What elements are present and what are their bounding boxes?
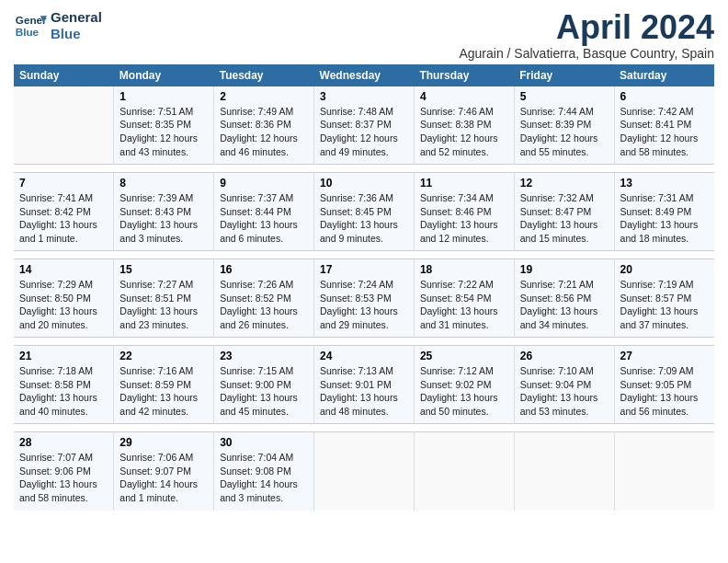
day-info: Sunrise: 7:21 AM Sunset: 8:56 PM Dayligh… [520,278,609,332]
calendar-cell: 19Sunrise: 7:21 AM Sunset: 8:56 PM Dayli… [514,259,614,338]
day-info: Sunrise: 7:37 AM Sunset: 8:44 PM Dayligh… [220,191,308,246]
calendar-header-row: SundayMondayTuesdayWednesdayThursdayFrid… [14,64,714,86]
calendar-cell: 1Sunrise: 7:51 AM Sunset: 8:35 PM Daylig… [114,86,214,165]
separator-cell [14,424,714,432]
calendar-cell: 17Sunrise: 7:24 AM Sunset: 8:53 PM Dayli… [314,259,415,338]
day-number: 22 [119,350,208,362]
calendar-cell: 7Sunrise: 7:41 AM Sunset: 8:42 PM Daylig… [14,173,114,251]
page-header: General Blue General Blue April 2024 Agu… [14,9,714,61]
day-number: 12 [520,177,609,190]
day-number: 9 [220,177,308,190]
day-info: Sunrise: 7:42 AM Sunset: 8:41 PM Dayligh… [620,105,709,159]
day-number: 28 [19,436,108,449]
day-number: 29 [119,436,208,449]
day-info: Sunrise: 7:24 AM Sunset: 8:53 PM Dayligh… [320,278,408,332]
svg-text:General: General [16,14,47,26]
calendar-cell: 25Sunrise: 7:12 AM Sunset: 9:02 PM Dayli… [414,346,514,424]
week-row-1: 1Sunrise: 7:51 AM Sunset: 8:35 PM Daylig… [14,86,714,165]
logo-text-blue: Blue [51,26,102,42]
day-number: 5 [520,90,609,103]
calendar-cell: 8Sunrise: 7:39 AM Sunset: 8:43 PM Daylig… [114,173,214,251]
calendar-cell: 15Sunrise: 7:27 AM Sunset: 8:51 PM Dayli… [114,259,214,338]
day-number: 14 [19,263,108,276]
calendar-cell: 30Sunrise: 7:04 AM Sunset: 9:08 PM Dayli… [214,432,314,511]
day-number: 30 [220,436,308,449]
week-separator [14,424,714,432]
calendar-cell [414,432,514,511]
day-info: Sunrise: 7:41 AM Sunset: 8:42 PM Dayligh… [19,191,108,246]
day-header-saturday: Saturday [614,64,714,86]
calendar-cell: 23Sunrise: 7:15 AM Sunset: 9:00 PM Dayli… [214,346,314,424]
day-number: 11 [420,177,508,190]
calendar-cell [314,432,415,511]
day-header-wednesday: Wednesday [314,64,415,86]
calendar-cell: 4Sunrise: 7:46 AM Sunset: 8:38 PM Daylig… [414,86,514,165]
calendar-cell [514,432,614,511]
day-number: 16 [220,263,308,276]
calendar-cell: 14Sunrise: 7:29 AM Sunset: 8:50 PM Dayli… [14,259,114,338]
day-header-friday: Friday [514,64,614,86]
day-info: Sunrise: 7:32 AM Sunset: 8:47 PM Dayligh… [520,191,609,246]
day-number: 26 [520,350,609,362]
day-number: 8 [119,177,208,190]
calendar-cell: 13Sunrise: 7:31 AM Sunset: 8:49 PM Dayli… [614,173,714,251]
day-header-sunday: Sunday [14,64,114,86]
day-info: Sunrise: 7:46 AM Sunset: 8:38 PM Dayligh… [420,105,508,159]
week-row-2: 7Sunrise: 7:41 AM Sunset: 8:42 PM Daylig… [14,173,714,251]
day-info: Sunrise: 7:06 AM Sunset: 9:07 PM Dayligh… [119,451,208,505]
calendar-cell: 28Sunrise: 7:07 AM Sunset: 9:06 PM Dayli… [14,432,114,511]
day-info: Sunrise: 7:31 AM Sunset: 8:49 PM Dayligh… [620,191,709,246]
day-info: Sunrise: 7:51 AM Sunset: 8:35 PM Dayligh… [119,105,208,159]
day-number: 19 [520,263,609,276]
svg-text:Blue: Blue [16,26,40,38]
day-number: 17 [320,263,408,276]
calendar-body: 1Sunrise: 7:51 AM Sunset: 8:35 PM Daylig… [14,86,714,511]
day-info: Sunrise: 7:34 AM Sunset: 8:46 PM Dayligh… [420,191,508,246]
calendar-cell: 2Sunrise: 7:49 AM Sunset: 8:36 PM Daylig… [214,86,314,165]
day-info: Sunrise: 7:07 AM Sunset: 9:06 PM Dayligh… [19,451,108,505]
day-info: Sunrise: 7:29 AM Sunset: 8:50 PM Dayligh… [19,278,108,332]
calendar-cell: 26Sunrise: 7:10 AM Sunset: 9:04 PM Dayli… [514,346,614,424]
calendar-cell: 20Sunrise: 7:19 AM Sunset: 8:57 PM Dayli… [614,259,714,338]
calendar-cell: 10Sunrise: 7:36 AM Sunset: 8:45 PM Dayli… [314,173,415,251]
calendar-cell: 29Sunrise: 7:06 AM Sunset: 9:07 PM Dayli… [114,432,214,511]
day-header-tuesday: Tuesday [214,64,314,86]
week-row-5: 28Sunrise: 7:07 AM Sunset: 9:06 PM Dayli… [14,432,714,511]
day-number: 3 [320,90,408,103]
calendar-subtitle: Agurain / Salvatierra, Basque Country, S… [459,46,714,61]
week-separator [14,338,714,346]
logo-icon: General Blue [14,9,47,42]
day-info: Sunrise: 7:13 AM Sunset: 9:01 PM Dayligh… [320,364,408,419]
calendar-table: SundayMondayTuesdayWednesdayThursdayFrid… [14,64,714,511]
separator-cell [14,338,714,346]
calendar-cell: 18Sunrise: 7:22 AM Sunset: 8:54 PM Dayli… [414,259,514,338]
title-section: April 2024 Agurain / Salvatierra, Basque… [459,9,714,61]
day-info: Sunrise: 7:26 AM Sunset: 8:52 PM Dayligh… [220,278,308,332]
week-separator [14,165,714,173]
day-info: Sunrise: 7:22 AM Sunset: 8:54 PM Dayligh… [420,278,508,332]
day-number: 23 [220,350,308,362]
calendar-cell: 5Sunrise: 7:44 AM Sunset: 8:39 PM Daylig… [514,86,614,165]
separator-cell [14,251,714,259]
calendar-cell: 6Sunrise: 7:42 AM Sunset: 8:41 PM Daylig… [614,86,714,165]
day-number: 6 [620,90,709,103]
day-info: Sunrise: 7:18 AM Sunset: 8:58 PM Dayligh… [19,364,108,419]
day-info: Sunrise: 7:39 AM Sunset: 8:43 PM Dayligh… [119,191,208,246]
separator-cell [14,165,714,173]
day-info: Sunrise: 7:04 AM Sunset: 9:08 PM Dayligh… [220,451,308,505]
calendar-cell: 11Sunrise: 7:34 AM Sunset: 8:46 PM Dayli… [414,173,514,251]
day-info: Sunrise: 7:19 AM Sunset: 8:57 PM Dayligh… [620,278,709,332]
calendar-cell: 9Sunrise: 7:37 AM Sunset: 8:44 PM Daylig… [214,173,314,251]
logo: General Blue General Blue [14,9,102,42]
day-info: Sunrise: 7:27 AM Sunset: 8:51 PM Dayligh… [119,278,208,332]
day-info: Sunrise: 7:10 AM Sunset: 9:04 PM Dayligh… [520,364,609,419]
day-number: 21 [19,350,108,362]
calendar-cell: 22Sunrise: 7:16 AM Sunset: 8:59 PM Dayli… [114,346,214,424]
day-info: Sunrise: 7:49 AM Sunset: 8:36 PM Dayligh… [220,105,308,159]
calendar-cell: 27Sunrise: 7:09 AM Sunset: 9:05 PM Dayli… [614,346,714,424]
day-number: 2 [220,90,308,103]
calendar-cell: 16Sunrise: 7:26 AM Sunset: 8:52 PM Dayli… [214,259,314,338]
day-info: Sunrise: 7:15 AM Sunset: 9:00 PM Dayligh… [220,364,308,419]
day-number: 25 [420,350,508,362]
calendar-cell: 24Sunrise: 7:13 AM Sunset: 9:01 PM Dayli… [314,346,415,424]
